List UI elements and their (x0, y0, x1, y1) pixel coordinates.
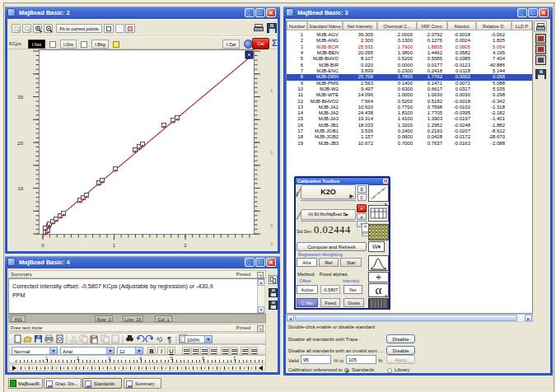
svg-text:0: 0 (41, 243, 44, 248)
svg-text:0: 0 (270, 223, 273, 228)
svg-text:2: 2 (184, 243, 187, 248)
svg-text:¶: ¶ (167, 335, 171, 343)
svg-text:1: 1 (270, 150, 273, 155)
svg-text:30: 30 (17, 95, 23, 100)
svg-text:10: 10 (17, 186, 23, 191)
svg-text:20: 20 (17, 141, 23, 146)
svg-text:1: 1 (113, 243, 116, 248)
svg-text:0: 0 (270, 241, 273, 246)
svg-text:1: 1 (270, 88, 273, 93)
